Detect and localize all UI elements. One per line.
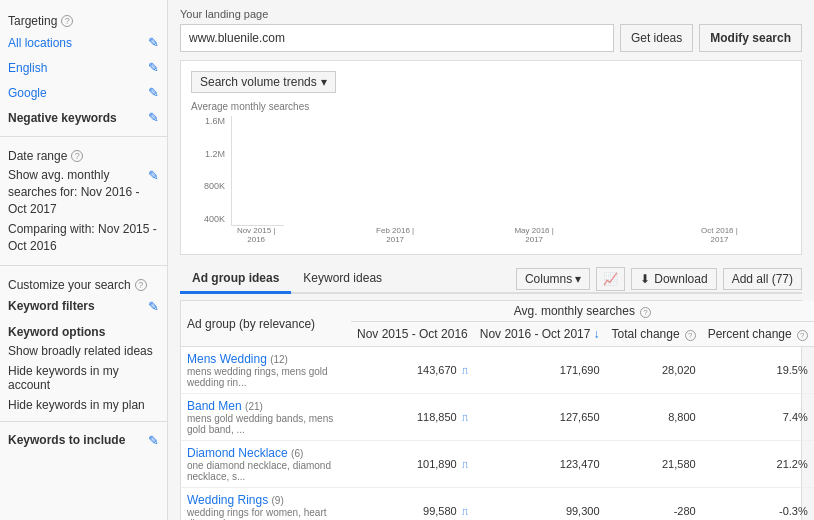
sidebar-item-keywords-include[interactable]: Keywords to include ✎ [0, 428, 167, 453]
avg-monthly-help-icon[interactable]: ? [640, 307, 651, 318]
nov2016-cell-0: 171,690 [474, 347, 606, 394]
ad-group-name-3[interactable]: Wedding Rings (9) [187, 493, 345, 507]
ad-group-cell: Diamond Necklace (6) one diamond necklac… [181, 441, 351, 488]
sidebar-item-network[interactable]: Google ✎ [0, 80, 167, 105]
nov2016-cell-3: 99,300 [474, 488, 606, 521]
ad-group-name-1[interactable]: Band Men (21) [187, 399, 345, 413]
table-row: Mens Wedding (12) mens wedding rings, me… [181, 347, 814, 394]
percent-change-help-icon[interactable]: ? [797, 330, 808, 341]
add-all-button[interactable]: Add all (77) [723, 268, 802, 290]
targeting-section: Targeting ? [0, 8, 167, 30]
percent-change-cell-1: 7.4% [702, 394, 814, 441]
total-change-cell-1: 8,800 [606, 394, 702, 441]
show-broadly-item[interactable]: Show broadly related ideas [0, 341, 167, 361]
x-label-11 [745, 226, 787, 244]
chart-title-label: Search volume trends [200, 75, 317, 89]
total-change-help-icon[interactable]: ? [685, 330, 696, 341]
col-header-total-change: Total change ? [606, 322, 702, 347]
y-tick-1: 1.6M [205, 116, 225, 126]
ad-group-desc-0: mens wedding rings, mens gold wedding ri… [187, 366, 345, 388]
col-header-ad-group: Ad group (by relevance) [181, 301, 351, 347]
nov2015-cell-1: 118,850 ⎍ [351, 394, 474, 441]
chart-icon-button[interactable]: 📈 [596, 267, 625, 291]
bars-container [231, 116, 284, 226]
date-range-desc2: Comparing with: Nov 2015 - Oct 2016 [8, 222, 157, 253]
table-row: Band Men (21) mens gold wedding bands, m… [181, 394, 814, 441]
sidebar-item-language[interactable]: English ✎ [0, 55, 167, 80]
col-header-avg-monthly: Avg. monthly searches ? [351, 301, 814, 322]
ad-group-cell: Mens Wedding (12) mens wedding rings, me… [181, 347, 351, 394]
sidebar: Targeting ? All locations ✎ English ✎ Go… [0, 0, 168, 520]
landing-page-row: Get ideas Modify search [180, 24, 802, 52]
y-tick-4: 400K [204, 214, 225, 224]
x-label-1 [281, 226, 323, 244]
date-range-section: Date range ? [0, 143, 167, 165]
total-change-cell-2: 21,580 [606, 441, 702, 488]
landing-page-label: Your landing page [180, 8, 802, 20]
percent-change-cell-2: 21.2% [702, 441, 814, 488]
customize-help-icon[interactable]: ? [135, 279, 147, 291]
keywords-include-label: Keywords to include [8, 433, 125, 447]
x-label-9 [652, 226, 694, 244]
x-label-2 [328, 226, 370, 244]
col-header-nov2015: Nov 2015 - Oct 2016 [351, 322, 474, 347]
keywords-include-edit-icon[interactable]: ✎ [148, 433, 159, 448]
hide-in-plan-item[interactable]: Hide keywords in my plan [0, 395, 167, 415]
sidebar-item-negative-keywords[interactable]: Negative keywords ✎ [0, 105, 167, 130]
language-edit-icon[interactable]: ✎ [148, 60, 159, 75]
results-table: Ad group (by relevance) Avg. monthly sea… [181, 301, 814, 520]
mini-chart-1[interactable]: ⎍ [462, 412, 468, 423]
x-label-0: Nov 2015 | 2016 [235, 226, 277, 244]
network-edit-icon[interactable]: ✎ [148, 85, 159, 100]
mini-chart-2[interactable]: ⎍ [462, 459, 468, 470]
date-range-desc1: Show avg. monthly searches for: Nov 2016… [8, 167, 148, 217]
date-range-help-icon[interactable]: ? [71, 150, 83, 162]
percent-change-cell-3: -0.3% [702, 488, 814, 521]
y-tick-3: 800K [204, 181, 225, 191]
landing-page-input[interactable] [180, 24, 614, 52]
negative-keywords-edit-icon[interactable]: ✎ [148, 110, 159, 125]
chart-toggle-icon: 📈 [603, 272, 618, 286]
mini-chart-0[interactable]: ⎍ [462, 365, 468, 376]
modify-search-button[interactable]: Modify search [699, 24, 802, 52]
ad-group-desc-3: wedding rings for women, heart diamond w… [187, 507, 345, 520]
total-change-cell-3: -280 [606, 488, 702, 521]
ad-group-name-0[interactable]: Mens Wedding (12) [187, 352, 345, 366]
date-range-edit-icon[interactable]: ✎ [148, 167, 159, 185]
total-change-cell-0: 28,020 [606, 347, 702, 394]
mini-chart-3[interactable]: ⎍ [462, 506, 468, 517]
ad-group-name-2[interactable]: Diamond Necklace (6) [187, 446, 345, 460]
ad-group-cell: Band Men (21) mens gold wedding bands, m… [181, 394, 351, 441]
hide-in-account-item[interactable]: Hide keywords in my account [0, 361, 167, 395]
nov2016-cell-2: 123,470 [474, 441, 606, 488]
landing-page-section: Your landing page Get ideas Modify searc… [180, 8, 802, 52]
results-table-wrapper: Ad group (by relevance) Avg. monthly sea… [180, 300, 802, 520]
targeting-help-icon[interactable]: ? [61, 15, 73, 27]
date-range-label: Date range [8, 149, 67, 163]
locations-edit-icon[interactable]: ✎ [148, 35, 159, 50]
columns-button[interactable]: Columns ▾ [516, 268, 590, 290]
sidebar-item-keyword-filters[interactable]: Keyword filters ✎ [0, 294, 167, 319]
download-icon: ⬇ [640, 272, 650, 286]
customize-label: Customize your search [8, 278, 131, 292]
ad-group-desc-1: mens gold wedding bands, mens gold band,… [187, 413, 345, 435]
get-ideas-button[interactable]: Get ideas [620, 24, 693, 52]
tabs-right: Columns ▾ 📈 ⬇ Download Add all (77) [516, 267, 802, 291]
table-row: Diamond Necklace (6) one diamond necklac… [181, 441, 814, 488]
x-axis-labels: Nov 2015 | 2016Feb 2016 | 2017May 2016 |… [231, 226, 791, 244]
keyword-filters-edit-icon[interactable]: ✎ [148, 299, 159, 314]
customize-section: Customize your search ? [0, 272, 167, 294]
col-header-nov2016: Nov 2016 - Oct 2017 ↓ [474, 322, 606, 347]
columns-dropdown-icon: ▾ [575, 272, 581, 286]
chart-y-axis: 1.6M 1.2M 800K 400K [191, 116, 229, 224]
col-header-percent-change: Percent change ? [702, 322, 814, 347]
chart-area: 1.6M 1.2M 800K 400K Nov 2015 | 2016Feb 2… [191, 116, 791, 244]
tabs-left: Ad group ideas Keyword ideas [180, 265, 394, 292]
tab-keyword-ideas[interactable]: Keyword ideas [291, 265, 394, 294]
tab-ad-group-ideas[interactable]: Ad group ideas [180, 265, 291, 294]
sidebar-item-locations[interactable]: All locations ✎ [0, 30, 167, 55]
columns-label: Columns [525, 272, 572, 286]
download-button[interactable]: ⬇ Download [631, 268, 716, 290]
chart-title-button[interactable]: Search volume trends ▾ [191, 71, 336, 93]
tabs-row: Ad group ideas Keyword ideas Columns ▾ 📈… [180, 265, 802, 294]
